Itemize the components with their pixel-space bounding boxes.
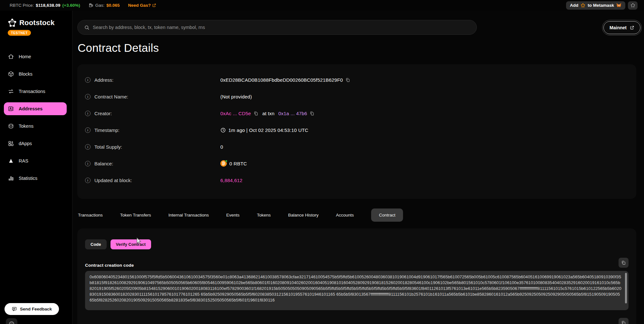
sidebar-item-dapps[interactable]: dApps (4, 137, 68, 150)
sidebar-item-label: Statistics (19, 176, 37, 181)
rootstock-logo[interactable]: Rootstock (0, 11, 72, 27)
timestamp-value: 1m ago | Oct 02 2025 04:53:10 UTC (228, 127, 308, 133)
copy-txn-button[interactable] (310, 111, 314, 116)
tab-events[interactable]: Events (226, 213, 239, 218)
sidebar-item-statistics[interactable]: Statistics (4, 172, 68, 185)
sidebar-item-transactions[interactable]: Transactions (4, 85, 68, 98)
mainnet-button[interactable]: Mainnet (603, 21, 640, 34)
chat-bubble-icon (12, 306, 17, 312)
code-button[interactable]: Code (85, 239, 107, 249)
search-input[interactable] (93, 25, 470, 30)
copy-address-button[interactable] (345, 78, 350, 82)
need-gas-link[interactable]: Need Gas? (128, 3, 157, 8)
metamask-button-suffix: to Metamask (588, 3, 614, 8)
corner-widget[interactable] (6, 318, 17, 324)
timestamp-label: Timestamp: (94, 127, 120, 133)
balance-value: 0 RBTC (229, 161, 247, 166)
clock-icon (220, 127, 226, 133)
transfer-arrows-icon (8, 88, 14, 95)
tab-contract[interactable]: Contract (371, 208, 403, 222)
sidebar: Rootstock TESTNET Home Blocks Transactio… (0, 11, 72, 324)
sidebar-item-label: dApps (19, 141, 32, 146)
gas-pump-icon (89, 3, 93, 8)
address-tabs: Transactions Token Transfers Internal Tr… (78, 208, 403, 222)
sidebar-item-label: Home (19, 54, 31, 59)
sidebar-item-blocks[interactable]: Blocks (4, 68, 68, 80)
gas-label: Gas: (95, 3, 105, 8)
updated-block-label: Updated at block: (94, 178, 132, 183)
sidebar-item-home[interactable]: Home (4, 50, 68, 63)
creation-code-box[interactable]: 0x608060405234801561000f575f5ffd5b506004… (85, 271, 629, 310)
copy-deployed-bytecode-button[interactable] (619, 318, 629, 324)
copy-creation-code-button[interactable] (619, 258, 629, 268)
sidebar-item-addresses[interactable]: Addresses (4, 102, 67, 115)
total-supply-value: 0 (220, 144, 223, 150)
creator-middle-text: at txn (262, 111, 274, 116)
tab-balance-history[interactable]: Balance History (288, 213, 319, 218)
sidebar-item-label: Addresses (19, 106, 43, 111)
address-label: Address: (94, 77, 113, 83)
sidebar-item-label: Tokens (19, 124, 34, 129)
metamask-fox-icon (616, 3, 621, 8)
external-link-icon (152, 3, 156, 7)
brand-name: Rootstock (19, 19, 54, 27)
info-icon[interactable]: i (85, 111, 91, 116)
rbtc-price-label: RBTC Price: (10, 3, 34, 8)
contract-details-panel: i Address: 0xED28BCAD0B1088FbdbeDD00260B… (77, 64, 636, 199)
detail-row-address: i Address: 0xED28BCAD0B1088FbdbeDD00260B… (77, 71, 636, 88)
page-title: Contract Details (78, 42, 159, 54)
verify-contract-button[interactable]: Verify Contract (111, 239, 151, 249)
search-icon (84, 25, 90, 30)
home-icon (8, 53, 14, 60)
sidebar-item-tokens[interactable]: Tokens (4, 120, 68, 133)
detail-row-creator: i Creator: 0xAc ... CD5e at txn 0x1a ...… (77, 105, 636, 122)
updated-block-link[interactable]: 6,884,612 (220, 178, 243, 183)
copy-creator-button[interactable] (254, 111, 258, 116)
tab-tokens[interactable]: Tokens (257, 213, 271, 218)
tab-internal-transactions[interactable]: Internal Transactions (168, 213, 209, 218)
coin-icon (8, 123, 14, 129)
detail-row-balance: i Balance: ₿ 0 RBTC (77, 155, 636, 172)
rootstock-token-icon (581, 3, 585, 8)
rootstock-logo-icon (8, 18, 17, 27)
rbtc-price-value: $118,638.09 (36, 3, 61, 8)
tab-transactions[interactable]: Transactions (78, 213, 103, 218)
creator-label: Creator: (94, 111, 112, 116)
add-to-metamask-button[interactable]: Add to Metamask (566, 1, 625, 10)
mainnet-label: Mainnet (610, 25, 627, 30)
info-icon[interactable]: i (85, 77, 91, 83)
rbtc-price: RBTC Price: $118,638.09 (+3.60%) (10, 3, 80, 8)
app-window: RBTC Price: $118,638.09 (+3.60%) Gas: $0… (0, 0, 644, 324)
address-card-icon (8, 106, 14, 112)
send-feedback-button[interactable]: Send Feedback (5, 303, 59, 315)
corner-widget-icon (9, 321, 14, 324)
creator-address-link[interactable]: 0xAc ... CD5e (220, 111, 251, 116)
sidebar-item-label: Blocks (19, 71, 33, 77)
rootstock-settings-button[interactable] (628, 1, 638, 10)
topbar: RBTC Price: $118,638.09 (+3.60%) Gas: $0… (0, 0, 644, 11)
creation-code-label: Contract creation code (85, 263, 134, 268)
info-icon[interactable]: i (85, 144, 91, 150)
total-supply-label: Total Supply: (94, 144, 122, 150)
metamask-button-prefix: Add (570, 3, 578, 8)
scrollbar-thumb[interactable] (625, 273, 627, 303)
sidebar-item-ras[interactable]: RAS (4, 154, 68, 167)
rbtc-price-change: (+3.60%) (62, 3, 80, 8)
network-switch: Mainnet (602, 20, 642, 35)
search-bar[interactable] (77, 20, 477, 35)
info-icon[interactable]: i (85, 161, 91, 166)
creator-txn-link[interactable]: 0x1a ... 47b6 (278, 111, 307, 116)
main-content: Mainnet Contract Details i Address: 0xED… (73, 11, 644, 324)
balance-label: Balance: (94, 161, 113, 166)
detail-row-updated-block: i Updated at block: 6,884,612 (77, 172, 636, 189)
bar-chart-icon (8, 175, 14, 181)
tab-token-transfers[interactable]: Token Transfers (120, 213, 151, 218)
contract-name-value: (Not provided) (220, 94, 252, 99)
info-icon[interactable]: i (85, 94, 91, 99)
sidebar-item-label: Transactions (19, 89, 45, 94)
tab-accounts[interactable]: Accounts (336, 213, 354, 218)
info-icon[interactable]: i (85, 178, 91, 183)
info-icon[interactable]: i (85, 127, 91, 133)
gas-value: $0.065 (106, 3, 120, 8)
testnet-badge: TESTNET (8, 30, 31, 36)
